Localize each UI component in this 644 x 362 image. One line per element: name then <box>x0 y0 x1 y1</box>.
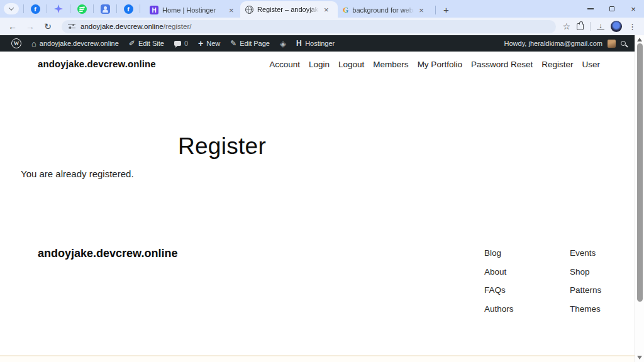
footer-link-about[interactable]: About <box>484 267 514 277</box>
divider <box>116 4 117 13</box>
scroll-down-icon[interactable] <box>637 356 642 359</box>
vertical-scrollbar[interactable] <box>635 35 644 362</box>
adminbar-account: Howdy, jheraldkima@gmail.com <box>504 40 628 48</box>
close-window-button[interactable]: × <box>623 0 644 18</box>
footer-link-authors[interactable]: Authors <box>484 304 514 314</box>
address-bar[interactable]: andoyjake.devcrew.online/register/ <box>62 20 556 33</box>
footer-link-patterns[interactable]: Patterns <box>570 285 601 295</box>
window-controls: × <box>580 0 644 18</box>
divider <box>70 4 70 13</box>
maximize-button[interactable] <box>601 0 623 18</box>
pinned-tab-app[interactable] <box>98 4 112 14</box>
comments-count: 0 <box>184 40 188 47</box>
divider <box>23 4 24 13</box>
menu-kebab-icon[interactable]: ⋮ <box>628 22 636 31</box>
divider <box>93 4 94 13</box>
adminbar-hostinger[interactable]: H Hostinger <box>291 39 340 48</box>
download-icon[interactable]: ↓ <box>597 23 604 30</box>
tab-google-search[interactable]: G background for website - Goog × <box>338 3 435 18</box>
hostinger-label: Hostinger <box>305 40 335 47</box>
pinned-tab-facebook[interactable]: f <box>28 4 42 14</box>
pinned-tab-gemini[interactable] <box>52 4 65 13</box>
tab-title: background for website - Goog <box>352 6 414 14</box>
footer-link-faqs[interactable]: FAQs <box>484 285 514 295</box>
footer-links-col2: Events Shop Patterns Themes <box>570 248 601 314</box>
adminbar-edit-page[interactable]: ✎ Edit Page <box>225 40 275 47</box>
divider <box>140 4 140 13</box>
adminbar-new[interactable]: + New <box>193 39 225 48</box>
scrollbar-thumb[interactable] <box>637 43 643 302</box>
edit-site-label: Edit Site <box>138 40 164 47</box>
comments-icon <box>174 41 181 46</box>
tab-hostinger-home[interactable]: H Home | Hostinger × <box>145 3 240 18</box>
nav-item-members[interactable]: Members <box>373 60 408 69</box>
nav-item-my-portfolio[interactable]: My Portfolio <box>418 60 462 69</box>
edit-page-label: Edit Page <box>240 40 270 47</box>
tab-search-button[interactable] <box>4 3 19 14</box>
nav-item-register[interactable]: Register <box>541 60 573 69</box>
nav-item-password-reset[interactable]: Password Reset <box>471 60 533 69</box>
url-path: /register/ <box>164 23 192 30</box>
tab-register-active[interactable]: Register – andoyjake.devcrew.o × <box>240 1 338 18</box>
site-content: andoyjake.devcrew.online Account Login L… <box>0 52 635 362</box>
nav-item-login[interactable]: Login <box>309 60 330 69</box>
globe-favicon-icon <box>245 6 253 14</box>
browser-window: f f H Home | Hostinger × Register – ando… <box>0 0 644 362</box>
footer-link-themes[interactable]: Themes <box>570 304 601 314</box>
search-icon[interactable] <box>621 41 626 46</box>
admin-avatar[interactable] <box>608 40 616 48</box>
facebook-icon: f <box>31 4 40 14</box>
pinned-tab-spotify[interactable] <box>75 4 89 14</box>
nav-item-logout[interactable]: Logout <box>338 60 364 69</box>
adminbar-site-name[interactable]: ⌂ andoyjake.devcrew.online <box>26 40 124 48</box>
divider <box>47 4 47 13</box>
adminbar-comments[interactable]: 0 <box>169 40 193 47</box>
profile-avatar[interactable] <box>611 21 622 32</box>
browser-toolbar: ← → ↻ andoyjake.devcrew.online/register/… <box>0 18 644 35</box>
nav-item-account[interactable]: Account <box>269 60 300 69</box>
minimize-icon <box>587 8 594 9</box>
diamond-icon: ◈ <box>280 39 286 48</box>
wp-logo-menu[interactable]: W <box>6 38 26 48</box>
adminbar-edit-site[interactable]: ✐ Edit Site <box>124 40 169 47</box>
footer-link-shop[interactable]: Shop <box>570 267 601 277</box>
chevron-down-icon <box>9 5 14 10</box>
url-domain: andoyjake.devcrew.online <box>80 23 164 30</box>
close-tab-icon[interactable]: × <box>228 6 235 14</box>
site-settings-icon[interactable] <box>68 23 75 30</box>
hostinger-logo-icon: H <box>296 39 302 48</box>
pinned-tab-facebook-2[interactable]: f <box>121 4 135 14</box>
footer-link-blog[interactable]: Blog <box>484 248 514 258</box>
tab-strip: f f H Home | Hostinger × Register – ando… <box>0 0 644 18</box>
page-viewport: W ⌂ andoyjake.devcrew.online ✐ Edit Site… <box>0 35 644 362</box>
reload-button[interactable]: ↻ <box>40 19 55 34</box>
site-nav: Account Login Logout Members My Portfoli… <box>269 60 600 69</box>
close-tab-icon[interactable]: × <box>418 6 425 14</box>
minimize-button[interactable] <box>580 0 601 18</box>
new-tab-button[interactable]: + <box>438 4 454 15</box>
extensions-icon[interactable] <box>577 23 584 30</box>
divider <box>590 22 591 31</box>
maximize-icon <box>609 6 614 11</box>
footer-link-events[interactable]: Events <box>570 248 601 258</box>
web-page: W ⌂ andoyjake.devcrew.online ✐ Edit Site… <box>0 35 635 362</box>
bookmark-star-icon[interactable]: ☆ <box>562 21 570 31</box>
divider <box>435 6 436 14</box>
close-tab-icon[interactable]: × <box>323 6 330 14</box>
home-icon: ⌂ <box>31 40 36 48</box>
site-title[interactable]: andoyjake.devcrew.online <box>38 58 156 69</box>
scroll-up-icon[interactable] <box>637 38 642 41</box>
spotify-icon <box>77 4 87 14</box>
page-title: Register <box>0 133 444 160</box>
plus-icon: + <box>198 39 203 48</box>
back-button[interactable]: ← <box>5 19 20 34</box>
pencil-icon: ✎ <box>230 40 236 47</box>
nav-item-user[interactable]: User <box>582 60 600 69</box>
howdy-text[interactable]: Howdy, jheraldkima@gmail.com <box>504 40 602 47</box>
adminbar-plugin[interactable]: ◈ <box>275 39 291 48</box>
new-label: New <box>206 40 220 47</box>
toolbar-actions: ☆ ↓ ⋮ <box>562 21 639 32</box>
forward-button[interactable]: → <box>23 19 38 34</box>
footer-site-title[interactable]: andoyjake.devcrew.online <box>38 247 177 260</box>
wordpress-logo-icon: W <box>11 38 21 48</box>
